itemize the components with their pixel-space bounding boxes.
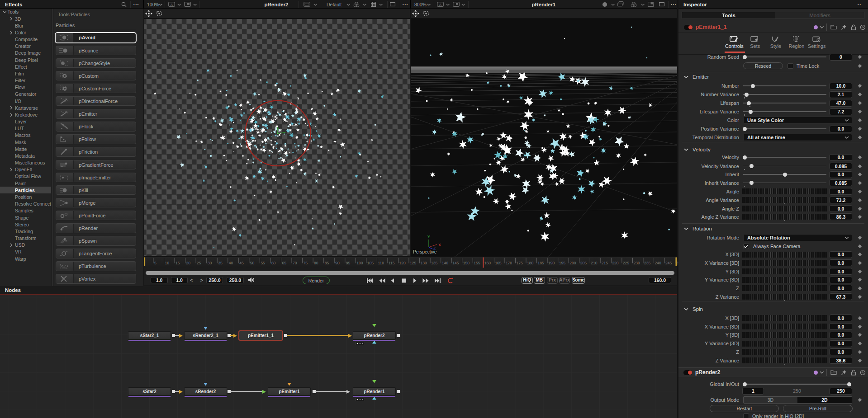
svg-text:190: 190 [548, 261, 555, 265]
svg-text:100: 100 [356, 261, 363, 265]
svg-text:40: 40 [229, 261, 233, 265]
svg-text:150: 150 [463, 261, 470, 265]
svg-text:170: 170 [506, 261, 512, 265]
svg-text:220: 220 [612, 261, 618, 265]
svg-text:55: 55 [261, 261, 265, 265]
svg-text:195: 195 [559, 261, 565, 265]
svg-text:200: 200 [569, 261, 576, 265]
svg-text:X: X [438, 243, 441, 247]
svg-text:135: 135 [431, 261, 437, 265]
svg-text:175: 175 [517, 261, 523, 265]
svg-text:225: 225 [623, 261, 629, 265]
svg-text:215: 215 [602, 261, 608, 265]
svg-text:210: 210 [591, 261, 597, 265]
svg-text:15: 15 [175, 261, 180, 265]
svg-text:75: 75 [304, 261, 308, 265]
svg-text:Y: Y [427, 235, 430, 239]
svg-text:30: 30 [208, 261, 212, 265]
svg-text:60: 60 [271, 261, 276, 265]
svg-text:20: 20 [186, 261, 191, 265]
svg-text:140: 140 [442, 261, 448, 265]
svg-text:110: 110 [378, 261, 384, 265]
svg-text:165: 165 [495, 261, 501, 265]
svg-text:45: 45 [239, 261, 244, 265]
svg-text:125: 125 [410, 261, 416, 265]
svg-text:105: 105 [367, 261, 374, 265]
svg-text:115: 115 [389, 261, 395, 265]
svg-text:A: A [439, 3, 442, 7]
svg-text:180: 180 [527, 261, 533, 265]
svg-text:80: 80 [314, 261, 318, 265]
svg-text:205: 205 [580, 261, 587, 265]
svg-text:185: 185 [538, 261, 544, 265]
svg-text:160: 160 [484, 261, 491, 265]
svg-text:95: 95 [346, 261, 351, 265]
svg-text:35: 35 [218, 261, 223, 265]
svg-text:50: 50 [250, 261, 255, 265]
svg-text:145: 145 [452, 261, 459, 265]
svg-text:5: 5 [154, 261, 157, 265]
svg-text:85: 85 [325, 261, 329, 265]
svg-text:90: 90 [335, 261, 340, 265]
svg-text:130: 130 [421, 261, 427, 265]
svg-text:120: 120 [399, 261, 406, 265]
svg-text:A: A [171, 3, 173, 7]
svg-text:10: 10 [165, 261, 170, 265]
svg-text:25: 25 [197, 261, 201, 265]
svg-text:65: 65 [282, 261, 287, 265]
svg-text:155: 155 [474, 261, 480, 265]
svg-text:70: 70 [293, 261, 297, 265]
